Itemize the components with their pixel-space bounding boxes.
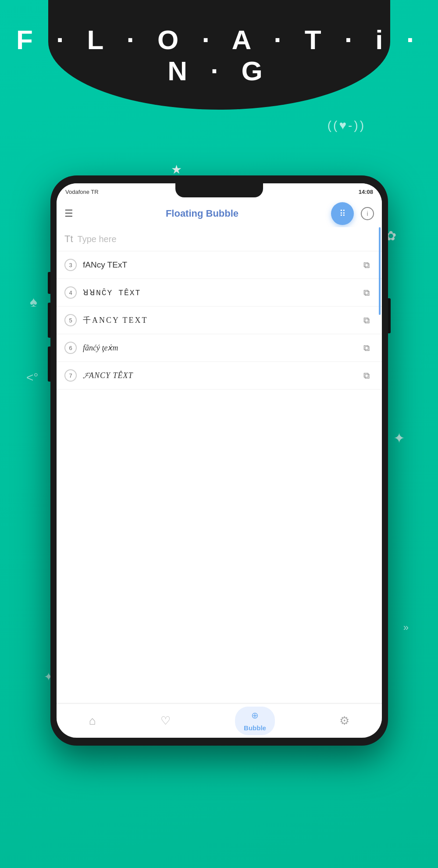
search-row[interactable]: Tt Type here bbox=[57, 227, 382, 251]
style-number-7: 7 bbox=[64, 369, 77, 382]
phone-mockup: Vodafone TR 6% 🔋 14:08 ☰ Floating Bubble… bbox=[50, 175, 388, 746]
copy-button-7[interactable]: ⧉ bbox=[359, 368, 374, 383]
copy-icon-7: ⧉ bbox=[363, 371, 370, 381]
style-number-4: 4 bbox=[64, 286, 77, 299]
home-icon: ⌂ bbox=[89, 714, 96, 728]
copy-icon-4: ⧉ bbox=[363, 288, 370, 298]
info-button[interactable]: i bbox=[361, 207, 374, 220]
favorites-icon: ♡ bbox=[160, 714, 171, 728]
carrier-text: Vodafone TR bbox=[65, 189, 99, 195]
star-right-decoration: ✦ bbox=[393, 430, 405, 447]
menu-icon[interactable]: ☰ bbox=[64, 208, 73, 219]
copy-button-3[interactable]: ⧉ bbox=[359, 257, 374, 272]
app-title: Floating Bubble bbox=[80, 208, 324, 219]
copy-icon-3: ⧉ bbox=[363, 260, 370, 270]
style-text-7: 𝓕ANCY TÊXT bbox=[83, 371, 353, 380]
style-item-6[interactable]: 6 fãnćý ţeẋт ⧉ bbox=[57, 334, 382, 362]
copy-button-6[interactable]: ⧉ bbox=[359, 340, 374, 355]
volume-silent-button bbox=[48, 272, 50, 294]
copy-icon-5: ⧉ bbox=[363, 315, 370, 325]
phone-notch bbox=[175, 183, 263, 197]
nav-bubble[interactable]: ⊕ Bubble bbox=[235, 707, 275, 735]
style-list: 3 fANcy TExT ⧉ 4 ꓤꓤNĈY TÊXT ⧉ bbox=[57, 251, 382, 389]
time-display: 14:08 bbox=[359, 189, 373, 195]
style-text-5: 千ANCY TEXT bbox=[83, 315, 353, 325]
nav-home[interactable]: ⌂ bbox=[89, 714, 96, 728]
phone-screen: Vodafone TR 6% 🔋 14:08 ☰ Floating Bubble… bbox=[57, 183, 382, 738]
heart-decoration: ((♥-)) bbox=[328, 118, 366, 132]
nav-favorites[interactable]: ♡ bbox=[160, 714, 171, 728]
bottom-navigation: ⌂ ♡ ⊕ Bubble ⚙ bbox=[57, 704, 382, 738]
bubble-nav-icon: ⊕ bbox=[251, 710, 259, 721]
app-header-title: F · L · O · A · T · i · N · G bbox=[0, 24, 438, 86]
style-number-3: 3 bbox=[64, 259, 77, 271]
style-item-3[interactable]: 3 fANcy TExT ⧉ bbox=[57, 251, 382, 279]
spade-decoration: ♠ bbox=[30, 294, 37, 310]
star-top-decoration: ★ bbox=[171, 162, 182, 177]
power-button bbox=[388, 298, 391, 333]
volume-up-button bbox=[48, 303, 50, 338]
scroll-indicator bbox=[379, 227, 381, 315]
volume-down-button bbox=[48, 346, 50, 382]
copy-button-5[interactable]: ⧉ bbox=[359, 313, 374, 328]
style-text-6: fãnćý ţeẋт bbox=[83, 343, 353, 353]
nav-settings[interactable]: ⚙ bbox=[339, 714, 349, 728]
angle-decoration: <° bbox=[26, 371, 39, 385]
floating-panel: Tt Type here 3 fANcy TExT ⧉ bbox=[57, 227, 382, 389]
text-format-icon: Tt bbox=[64, 233, 73, 245]
copy-icon-6: ⧉ bbox=[363, 343, 370, 353]
info-icon: i bbox=[367, 210, 368, 217]
style-item-4[interactable]: 4 ꓤꓤNĈY TÊXT ⧉ bbox=[57, 279, 382, 307]
style-text-3: fANcy TExT bbox=[83, 260, 353, 270]
style-text-4: ꓤꓤNĈY TÊXT bbox=[83, 288, 353, 297]
search-input[interactable]: Type here bbox=[78, 234, 374, 244]
copy-button-4[interactable]: ⧉ bbox=[359, 285, 374, 300]
style-number-5: 5 bbox=[64, 314, 77, 326]
app-toolbar: ☰ Floating Bubble ⠿ i bbox=[57, 200, 382, 227]
settings-icon: ⚙ bbox=[339, 714, 349, 728]
fab-dots-icon: ⠿ bbox=[339, 208, 346, 219]
chevron-decoration: » bbox=[403, 622, 410, 633]
bubble-nav-label: Bubble bbox=[244, 724, 266, 732]
fab-button[interactable]: ⠿ bbox=[331, 202, 354, 225]
style-item-7[interactable]: 7 𝓕ANCY TÊXT ⧉ bbox=[57, 362, 382, 389]
style-item-5[interactable]: 5 千ANCY TEXT ⧉ bbox=[57, 307, 382, 334]
style-number-6: 6 bbox=[64, 342, 77, 354]
